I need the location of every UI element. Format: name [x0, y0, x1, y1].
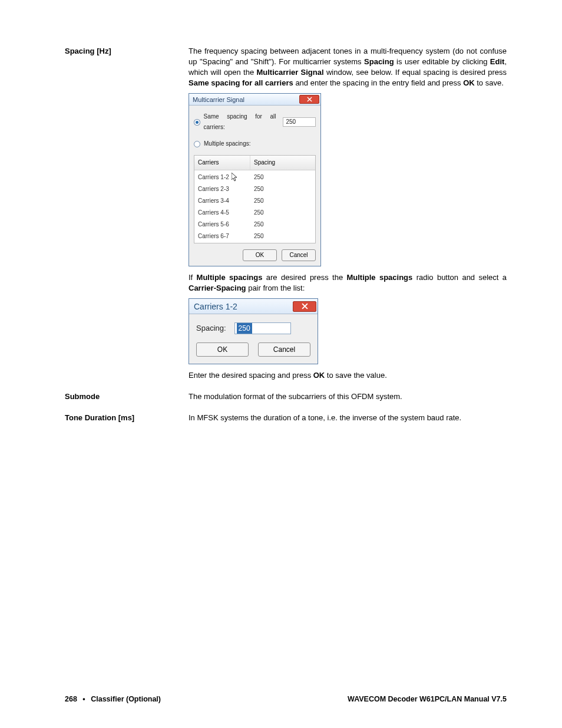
spacing-paragraph: The frequency spacing between adjacent t… — [189, 46, 507, 88]
table-row[interactable]: Carriers 7-8250 — [194, 242, 315, 243]
text: to save the value. — [325, 371, 387, 380]
carrier-spacing-list[interactable]: Carriers Spacing Carriers 1-2250Carriers… — [194, 155, 316, 243]
cell-spacing: 250 — [250, 183, 315, 195]
button-label: OK — [256, 250, 264, 261]
text: radio button and select a — [412, 273, 507, 282]
cell-spacing: 250 — [250, 242, 315, 243]
close-icon — [302, 303, 308, 309]
tone-duration-text: In MFSK systems the duration of a tone, … — [189, 413, 507, 423]
section-label-submode: Submode — [65, 391, 189, 402]
cell-spacing: 250 — [250, 219, 315, 230]
table-row[interactable]: Carriers 2-3250 — [194, 183, 315, 195]
text-bold: Edit — [490, 57, 505, 66]
enter-save-paragraph: Enter the desired spacing and press OK t… — [189, 370, 507, 381]
col-carriers: Carriers — [194, 156, 250, 170]
cell-carriers: Carriers 5-6 — [194, 219, 250, 230]
spacing-label: Spacing: — [196, 323, 226, 334]
cell-spacing: 250 — [250, 195, 315, 207]
footer-separator: • — [79, 695, 88, 703]
cell-spacing: 250 — [250, 172, 315, 183]
radio-label: Multiple spacings: — [204, 139, 250, 149]
cell-carriers: Carriers 7-8 — [194, 242, 250, 243]
text: are desired press the — [262, 273, 346, 282]
input-value: 250 — [286, 117, 296, 127]
text: If — [189, 273, 197, 282]
cell-spacing: 250 — [250, 207, 315, 219]
text-bold: Spacing — [364, 57, 394, 66]
cell-carriers: Carriers 6-7 — [194, 230, 250, 242]
ok-button[interactable]: OK — [243, 249, 277, 261]
text-bold: Carrier-Spacing — [189, 284, 246, 292]
dialog-titlebar: Carriers 1-2 — [189, 299, 318, 314]
table-row[interactable]: Carriers 6-7250 — [194, 230, 315, 242]
cell-carriers: Carriers 4-5 — [194, 207, 250, 219]
submode-text: The modulation format of the subcarriers… — [189, 391, 507, 402]
table-row[interactable]: Carriers 4-5250 — [194, 207, 315, 219]
text: window, see below. If equal spacing is d… — [324, 68, 507, 77]
text-bold: Multiple spacings — [197, 273, 263, 282]
text: to save. — [475, 78, 504, 87]
dialog-title: Multicarrier Signal — [193, 94, 244, 105]
page-footer: 268 • Classifier (Optional) WAVECOM Deco… — [65, 695, 507, 703]
cell-carriers: Carriers 2-3 — [194, 183, 250, 195]
text-bold: Multiple spacings — [346, 273, 412, 282]
footer-right: WAVECOM Decoder W61PC/LAN Manual V7.5 — [348, 695, 507, 703]
text-bold: OK — [463, 78, 475, 87]
button-label: Cancel — [289, 250, 308, 261]
col-spacing: Spacing — [250, 156, 315, 170]
radio-same-spacing[interactable]: Same spacing for all carriers: 250 — [194, 111, 316, 133]
dialog-title: Carriers 1-2 — [194, 301, 237, 312]
radio-label: Same spacing for all carriers: — [204, 111, 276, 133]
list-header: Carriers Spacing — [194, 156, 315, 170]
cell-spacing: 250 — [250, 230, 315, 242]
carrier-spacing-dialog: Carriers 1-2 Spacing: 250 OK Cancel — [189, 298, 318, 364]
page-number: 268 — [65, 695, 77, 703]
button-label: Cancel — [273, 344, 295, 355]
text: is user editable by clicking — [394, 57, 490, 66]
input-value-selected: 250 — [237, 323, 252, 334]
close-button[interactable] — [299, 95, 319, 104]
multiple-spacings-paragraph: If Multiple spacings are desired press t… — [189, 272, 507, 294]
text-bold: Same spacing for all carriers — [189, 78, 293, 87]
cell-carriers: Carriers 3-4 — [194, 195, 250, 207]
text-bold: Multicarrier Signal — [256, 68, 323, 77]
table-row[interactable]: Carriers 3-4250 — [194, 195, 315, 207]
same-spacing-input[interactable]: 250 — [283, 117, 316, 127]
radio-multiple-spacings[interactable]: Multiple spacings: — [194, 139, 316, 149]
section-label-spacing: Spacing [Hz] — [65, 46, 189, 57]
text-bold: OK — [313, 371, 325, 380]
table-row[interactable]: Carriers 5-6250 — [194, 219, 315, 230]
text: Enter the desired spacing and press — [189, 371, 313, 380]
cancel-button[interactable]: Cancel — [258, 342, 310, 357]
footer-section: Classifier (Optional) — [91, 695, 161, 703]
close-button[interactable] — [293, 301, 316, 312]
ok-button[interactable]: OK — [196, 342, 249, 357]
button-label: OK — [217, 344, 227, 355]
footer-left: 268 • Classifier (Optional) — [65, 695, 161, 703]
dialog-titlebar: Multicarrier Signal — [189, 94, 320, 106]
multicarrier-signal-dialog: Multicarrier Signal Same spacing for all… — [189, 93, 321, 266]
text: pair from the list: — [246, 284, 305, 292]
table-row[interactable]: Carriers 1-2250 — [194, 172, 315, 183]
radio-icon — [194, 141, 200, 147]
cell-carriers: Carriers 1-2 — [194, 172, 250, 183]
section-label-tone-duration: Tone Duration [ms] — [65, 413, 189, 423]
text: and enter the spacing in the entry field… — [293, 78, 463, 87]
spacing-input[interactable]: 250 — [234, 322, 291, 334]
radio-icon — [194, 119, 200, 126]
cancel-button[interactable]: Cancel — [282, 249, 316, 261]
close-icon — [307, 97, 312, 102]
